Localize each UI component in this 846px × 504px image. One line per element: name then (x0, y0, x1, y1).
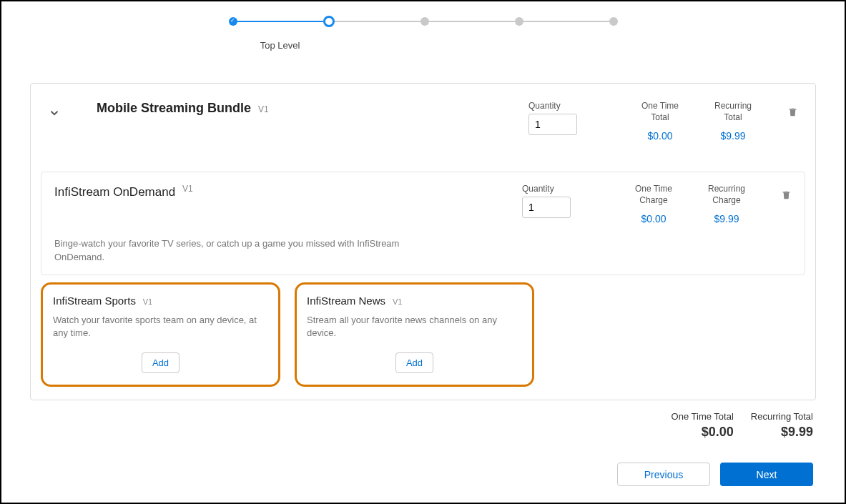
progress-stepper (1, 16, 845, 27)
step-connector (237, 21, 323, 22)
addon-card-sports: InfiStream Sports V1 Watch your favorite… (41, 282, 280, 387)
addon-version: V1 (143, 297, 152, 306)
addon-version: V1 (393, 297, 402, 306)
footer-recurring-value: $9.99 (751, 425, 813, 440)
addon-description: Watch your favorite sports team on any d… (53, 314, 268, 341)
step-connector (523, 21, 609, 22)
bundle-version: V1 (258, 104, 269, 114)
item-version: V1 (182, 184, 193, 194)
footer-one-time-label: One Time Total (672, 411, 734, 422)
chevron-down-icon[interactable] (48, 107, 61, 122)
item-title: InfiStream OnDemand (54, 185, 175, 199)
step-connector (429, 21, 515, 22)
add-button[interactable]: Add (142, 352, 179, 373)
recurring-total-value: $9.99 (707, 130, 759, 142)
recurring-total-label: RecurringTotal (707, 101, 759, 123)
footer-totals: One Time Total $0.00 Recurring Total $9.… (1, 410, 813, 440)
step-2-current-icon (323, 16, 335, 27)
addon-description: Stream all your favorite news channels o… (307, 314, 522, 341)
quantity-label: Quantity (522, 184, 571, 194)
bundle-title: Mobile Streaming Bundle (97, 101, 251, 115)
add-button[interactable]: Add (395, 352, 433, 373)
item-quantity-input[interactable] (522, 197, 571, 218)
addon-title: InfiStream Sports (53, 295, 136, 307)
line-item-card: InfiStream OnDemand V1 Quantity One Time… (41, 172, 805, 275)
next-button[interactable]: Next (720, 463, 813, 486)
one-time-charge-label: One TimeCharge (628, 184, 679, 206)
footer-recurring-label: Recurring Total (751, 411, 813, 422)
step-4-icon (515, 17, 523, 26)
bundle-card: Mobile Streaming Bundle V1 Quantity One … (30, 83, 816, 400)
footer-one-time-value: $0.00 (672, 425, 734, 440)
quantity-label: Quantity (528, 101, 577, 111)
recurring-charge-label: RecurringCharge (701, 184, 752, 206)
trash-icon[interactable] (787, 107, 798, 119)
step-1-done-icon (229, 17, 237, 26)
step-5-icon (609, 17, 618, 26)
bundle-quantity-input[interactable] (528, 114, 577, 135)
recurring-charge-value: $9.99 (701, 213, 752, 224)
item-description: Binge-watch your favorite TV series, or … (54, 237, 426, 265)
addon-title: InfiStream News (307, 295, 385, 307)
one-time-charge-value: $0.00 (628, 213, 679, 224)
trash-icon[interactable] (781, 189, 792, 202)
previous-button[interactable]: Previous (617, 463, 710, 486)
addon-card-news: InfiStream News V1 Stream all your favor… (295, 282, 534, 387)
one-time-total-label: One TimeTotal (634, 101, 686, 123)
step-connector (335, 21, 420, 22)
step-label: Top Level (0, 40, 845, 51)
step-3-icon (420, 17, 429, 26)
one-time-total-value: $0.00 (634, 130, 686, 142)
